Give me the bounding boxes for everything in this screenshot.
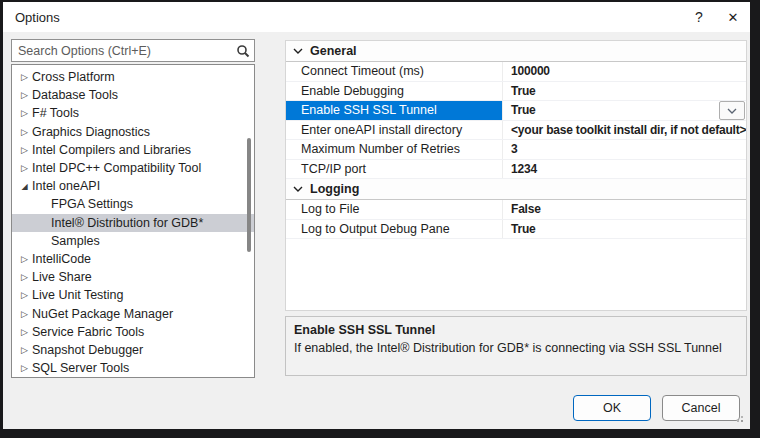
row-oneapi-install-directory[interactable]: Enter oneAPI install directory <your bas… <box>286 121 746 141</box>
collapsed-arrow-icon[interactable]: ▷ <box>18 290 31 300</box>
row-log-to-file[interactable]: Log to File False <box>286 200 746 220</box>
row-max-retries[interactable]: Maximum Number of Retries 3 <box>286 140 746 160</box>
options-tree: ▷ Cross Platform ▷ Database Tools ▷ F# T… <box>11 64 255 378</box>
tree-item-live-unit-testing[interactable]: ▷ Live Unit Testing <box>12 286 254 304</box>
tree-item-database-tools[interactable]: ▷ Database Tools <box>12 86 254 104</box>
chevron-down-icon[interactable] <box>286 48 310 54</box>
property-description-panel: Enable SSH SSL Tunnel If enabled, the In… <box>285 316 747 376</box>
tree-item-graphics-diagnostics[interactable]: ▷ Graphics Diagnostics <box>12 123 254 141</box>
tree-item-fsharp-tools[interactable]: ▷ F# Tools <box>12 104 254 122</box>
value-dropdown-button[interactable] <box>719 101 745 120</box>
help-button[interactable]: ? <box>682 2 716 32</box>
description-title: Enable SSH SSL Tunnel <box>294 323 738 337</box>
search-box <box>11 39 255 62</box>
options-dialog: Options ? ✕ ▷ Cross Platform ▷ Database … <box>3 2 750 429</box>
collapsed-arrow-icon[interactable]: ▷ <box>18 254 31 264</box>
tree-item-cross-platform[interactable]: ▷ Cross Platform <box>12 68 254 86</box>
tree-item-live-share[interactable]: ▷ Live Share <box>12 268 254 286</box>
tree-item-intel-distribution-gdb[interactable]: Intel® Distribution for GDB* <box>12 214 254 232</box>
tree-item-intel-dpcpp[interactable]: ▷ Intel DPC++ Compatibility Tool <box>12 159 254 177</box>
description-text: If enabled, the Intel® Distribution for … <box>294 341 738 355</box>
property-grid: General Connect Timeout (ms) 100000 Enab… <box>285 40 747 311</box>
collapsed-arrow-icon[interactable]: ▷ <box>18 108 31 118</box>
expanded-arrow-icon[interactable]: ◢ <box>18 182 31 191</box>
dialog-title: Options <box>3 10 682 25</box>
category-logging[interactable]: Logging <box>286 179 746 200</box>
row-enable-debugging[interactable]: Enable Debugging True <box>286 82 746 102</box>
tree-item-nuget[interactable]: ▷ NuGet Package Manager <box>12 304 254 322</box>
chevron-down-icon[interactable] <box>286 186 310 192</box>
tree-scrollbar[interactable] <box>247 138 251 252</box>
search-input[interactable] <box>12 44 232 58</box>
collapsed-arrow-icon[interactable]: ▷ <box>18 90 31 100</box>
collapsed-arrow-icon[interactable]: ▷ <box>18 163 31 173</box>
resize-grip[interactable] <box>741 420 743 422</box>
tree-item-intel-oneapi[interactable]: ◢ Intel oneAPI <box>12 177 254 195</box>
cancel-button[interactable]: Cancel <box>662 395 740 421</box>
collapsed-arrow-icon[interactable]: ▷ <box>18 309 31 319</box>
row-enable-ssh-ssl-tunnel[interactable]: Enable SSH SSL Tunnel True <box>286 101 746 121</box>
category-general[interactable]: General <box>286 41 746 62</box>
search-icon[interactable] <box>232 44 254 58</box>
collapsed-arrow-icon[interactable]: ▷ <box>18 345 31 355</box>
row-connect-timeout[interactable]: Connect Timeout (ms) 100000 <box>286 62 746 82</box>
collapsed-arrow-icon[interactable]: ▷ <box>18 327 31 337</box>
close-button[interactable]: ✕ <box>716 2 750 32</box>
tree-item-sql-server-tools[interactable]: ▷ SQL Server Tools <box>12 359 254 377</box>
tree-item-fpga-settings[interactable]: FPGA Settings <box>12 195 254 213</box>
tree-item-service-fabric[interactable]: ▷ Service Fabric Tools <box>12 323 254 341</box>
titlebar: Options ? ✕ <box>3 2 750 32</box>
collapsed-arrow-icon[interactable]: ▷ <box>18 272 31 282</box>
tree-item-snapshot-debugger[interactable]: ▷ Snapshot Debugger <box>12 341 254 359</box>
tree-item-intellicode[interactable]: ▷ IntelliCode <box>12 250 254 268</box>
row-log-to-output-pane[interactable]: Log to Output Debug Pane True <box>286 220 746 240</box>
row-tcpip-port[interactable]: TCP/IP port 1234 <box>286 160 746 180</box>
tree-item-samples[interactable]: Samples <box>12 232 254 250</box>
collapsed-arrow-icon[interactable]: ▷ <box>18 127 31 137</box>
collapsed-arrow-icon[interactable]: ▷ <box>18 145 31 155</box>
collapsed-arrow-icon[interactable]: ▷ <box>18 72 31 82</box>
ok-button[interactable]: OK <box>573 395 651 421</box>
collapsed-arrow-icon[interactable]: ▷ <box>18 363 31 373</box>
tree-item-intel-compilers[interactable]: ▷ Intel Compilers and Libraries <box>12 141 254 159</box>
